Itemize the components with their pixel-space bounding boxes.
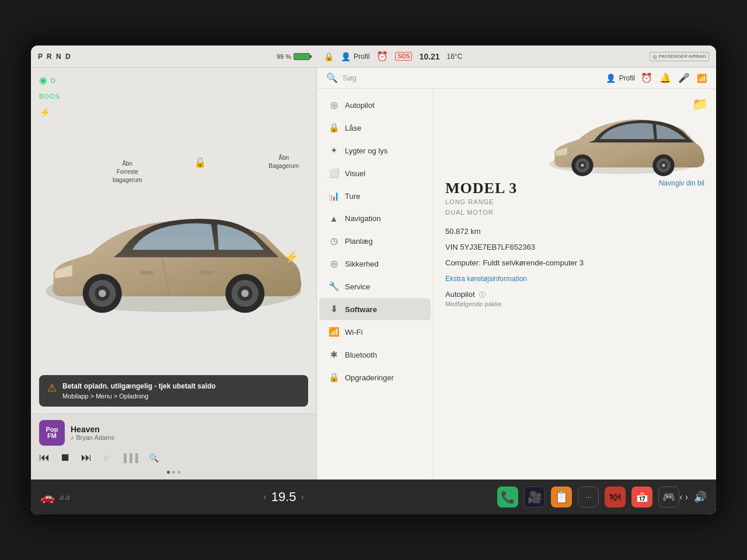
nav-arrows: ‹ ›	[679, 492, 688, 502]
music-search-button[interactable]: 🔍	[149, 453, 159, 463]
temp-left-arrow[interactable]: ‹	[263, 492, 266, 502]
rear-baggage-button[interactable]: Åbn Bagagerum	[268, 154, 299, 170]
model-sub-line1: LONG RANGE	[445, 197, 704, 208]
temp-display: 16°C	[447, 52, 463, 61]
planlaeg-label: Planlæg	[345, 237, 373, 246]
search-input-wrap[interactable]: 🔍 Søg	[326, 72, 600, 83]
passenger-airbag-badge: ◎ PASSENGER AIRBAG	[650, 52, 709, 61]
wifi-label: Wi-Fi	[345, 328, 362, 337]
menu-item-sikkerhed[interactable]: ◎ Sikkerhed	[319, 253, 431, 275]
vin-value: VIN 5YJ3E7EB7LF652363	[445, 243, 535, 251]
song-title: Heaven	[71, 425, 308, 434]
lock-top-icon: 🔒	[324, 52, 334, 61]
svg-point-16	[581, 164, 584, 167]
temp-right-arrow[interactable]: ›	[301, 492, 304, 502]
menu-item-laase[interactable]: 🔒 Låse	[319, 117, 431, 139]
mic-icon[interactable]: 🎤	[678, 72, 690, 83]
sikkerhed-icon: ◎	[329, 258, 339, 269]
taskbar-vent-icon: ⊿⊿	[58, 493, 70, 501]
extra-info-row[interactable]: Ekstra køretøjsinformation	[445, 274, 704, 283]
phone-app-icon[interactable]: 📞	[497, 487, 518, 508]
music-note-icon: ♪	[71, 434, 74, 441]
autopilot-package: Medfølgende pakke	[445, 300, 502, 307]
next-track-button[interactable]: ⏭	[81, 452, 92, 464]
navigation-label: Navigation	[345, 214, 381, 223]
menu-item-wifi[interactable]: 📶 Wi-Fi	[319, 321, 431, 343]
music-info: Heaven ♪ Bryan Adams	[71, 425, 308, 441]
taskbar-car-icon[interactable]: 🚗	[40, 490, 55, 504]
warning-sub-text: Mobilapp > Menu > Opladning	[62, 391, 216, 401]
camera-app-icon[interactable]: 🎥	[524, 487, 545, 508]
laase-label: Låse	[345, 124, 361, 132]
gear-indicator: P R N D	[38, 52, 72, 61]
equalizer-button[interactable]: ▐▐▐	[121, 453, 138, 463]
nav-left-arrow[interactable]: ‹	[679, 492, 682, 502]
stop-button[interactable]: ⏹	[60, 452, 71, 464]
menu-item-bluetooth[interactable]: ✱ Bluetooth	[319, 344, 431, 366]
bluetooth-label: Bluetooth	[345, 351, 377, 359]
notes-app-icon[interactable]: 📋	[551, 487, 572, 508]
main-content: ◉ D BOOS ⚡ Åbn Forreste bagagerum	[31, 68, 716, 480]
music-top-row: PopFM Heaven ♪ Bryan Adams	[39, 420, 308, 446]
battery-percent: 99 %	[277, 53, 291, 60]
wifi-icon: 📶	[329, 327, 339, 337]
more-app-icon[interactable]: ···	[578, 487, 599, 508]
profile-person-icon: 👤	[341, 52, 351, 61]
radio-station-logo: PopFM	[39, 420, 65, 446]
bluetooth-icon: ✱	[329, 349, 339, 360]
service-icon: 🔧	[329, 281, 339, 292]
visuel-label: Visuel	[345, 169, 365, 178]
menu-item-ture[interactable]: 📊 Ture	[319, 185, 431, 207]
time-display: 10.21	[419, 52, 439, 61]
right-header-icons: ⏰ 🔔 🎤 📶	[641, 72, 707, 83]
bell-icon[interactable]: 🔔	[659, 72, 671, 83]
headlights-label: D	[51, 77, 55, 84]
menu-item-service[interactable]: 🔧 Service	[319, 275, 431, 298]
menu-item-planlaeg[interactable]: ◷ Planlæg	[319, 230, 431, 252]
taskbar: 🚗 ⊿⊿ ‹ 19.5 › 📞 🎥 📋 ··· 🍽 📅 🎮	[31, 480, 716, 514]
prev-track-button[interactable]: ⏮	[39, 452, 50, 464]
alarm-icon-right[interactable]: ⏰	[641, 72, 652, 83]
top-bar-right: 🔒 👤 Profil ⏰ SOS 10.21 16°C ◎ PASSENGER …	[317, 51, 716, 62]
sos-label: SOS	[395, 52, 412, 61]
search-placeholder: Søg	[343, 74, 357, 82]
svg-point-4	[99, 289, 106, 297]
volume-icon[interactable]: 🔊	[694, 491, 707, 503]
favorite-button[interactable]: ☆	[102, 452, 110, 463]
battery-indicator: 99 %	[277, 53, 310, 60]
dot-2	[172, 471, 175, 474]
menu-item-opgraderinger[interactable]: 🔒 Opgraderinger	[319, 366, 431, 388]
profile-button-top[interactable]: 👤 Profil	[341, 52, 369, 61]
left-panel: ◉ D BOOS ⚡ Åbn Forreste bagagerum	[31, 68, 317, 480]
svg-point-8	[241, 289, 249, 297]
right-panel: 🔍 Søg 👤 Profil ⏰ 🔔 🎤 📶	[317, 68, 716, 480]
range-icon: BOOS	[39, 93, 60, 100]
car-preview-svg	[541, 94, 704, 181]
menu-item-autopilot[interactable]: ◎ Autopilot	[319, 94, 431, 116]
lock-icon: 🔒	[329, 123, 339, 133]
music-player: PopFM Heaven ♪ Bryan Adams ⏮ ⏹	[31, 414, 316, 480]
computer-info-row: Computer: Fuldt selvkørende-computer 3	[445, 258, 704, 267]
calendar-app-icon[interactable]: 📅	[631, 487, 652, 508]
model-sub-line2: DUAL MOTOR	[445, 208, 704, 218]
extra-info-link[interactable]: Ekstra køretøjsinformation	[445, 275, 527, 283]
profile-label-top: Profil	[354, 52, 369, 61]
menu-item-lygter[interactable]: ✦ Lygter og lys	[319, 139, 431, 162]
artist-name: ♪ Bryan Adams	[71, 434, 308, 441]
svg-rect-10	[140, 271, 153, 274]
nav-right-arrow[interactable]: ›	[685, 492, 688, 502]
profile-section[interactable]: 👤 Profil	[606, 74, 635, 83]
food-app-icon[interactable]: 🍽	[605, 487, 626, 508]
name-car-button[interactable]: Navngiv din bil	[659, 179, 704, 187]
front-baggage-button[interactable]: Åbn Forreste bagagerum	[113, 160, 142, 184]
menu-item-software[interactable]: ⬇ Software	[319, 298, 431, 320]
svg-rect-11	[200, 271, 214, 274]
games-app-icon[interactable]: 🎮	[658, 487, 679, 508]
signal-icon: 📶	[697, 74, 707, 83]
software-icon: ⬇	[329, 304, 339, 314]
taskbar-right: ‹ › 🔊	[679, 491, 707, 503]
menu-item-visuel[interactable]: ⬜ Visuel	[319, 162, 431, 184]
radio-logo-text: PopFM	[46, 426, 58, 439]
menu-item-navigation[interactable]: ▲ Navigation	[319, 208, 431, 229]
alarm-icon-top[interactable]: ⏰	[376, 51, 388, 62]
